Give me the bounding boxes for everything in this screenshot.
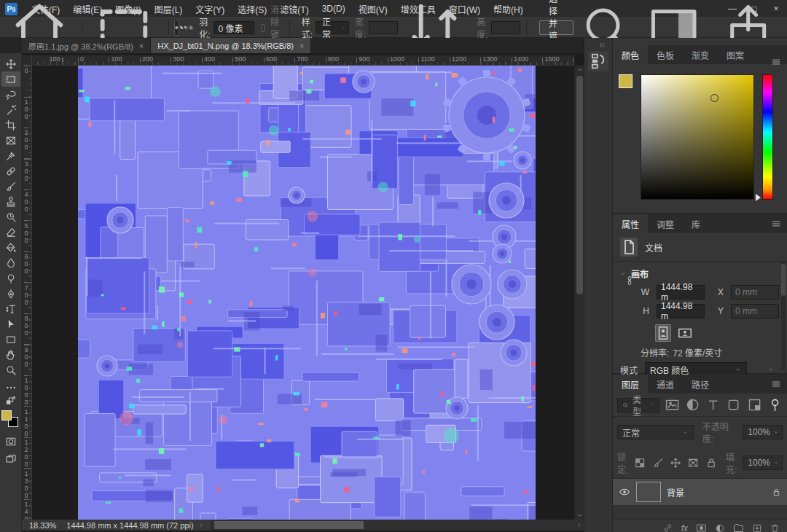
paint-bucket-tool[interactable] [1, 240, 20, 255]
panel-tab[interactable]: 颜色 [613, 45, 648, 64]
link-dimensions-icon[interactable] [624, 275, 635, 286]
add-adjustment-icon[interactable] [715, 523, 725, 532]
expand-panels-icon[interactable] [598, 41, 606, 50]
link-layers-icon[interactable] [662, 523, 673, 532]
width-value-input[interactable]: 1444.98 m [657, 285, 705, 300]
feather-input[interactable]: 0 像素 [214, 21, 254, 34]
panel-tab[interactable]: 图层 [613, 375, 648, 394]
rectangle-tool[interactable] [1, 332, 20, 347]
filter-pixel-layers-icon[interactable] [665, 397, 680, 412]
layer-style-fx-icon[interactable]: fx [681, 523, 688, 532]
normal-map-canvas[interactable] [78, 66, 536, 520]
new-layer-icon[interactable] [752, 523, 762, 532]
zoom-tool[interactable] [1, 362, 20, 378]
menu-item[interactable]: 3D(D) [316, 0, 352, 17]
blur-tool[interactable] [1, 255, 20, 270]
healing-brush-tool[interactable] [1, 163, 20, 179]
filter-type-layers-icon[interactable] [705, 397, 721, 412]
filter-smart-objects-icon[interactable] [747, 397, 762, 412]
hue-slider-bar[interactable] [762, 74, 773, 200]
fill-input[interactable]: 100% [743, 455, 783, 470]
filter-adjustment-layers-icon[interactable] [685, 397, 700, 412]
zoom-level-field[interactable]: 18.33% [29, 521, 56, 530]
hue-slider-handle[interactable] [756, 194, 761, 201]
screen-mode-icon[interactable] [1, 451, 20, 466]
panel-tab[interactable]: 图案 [718, 45, 753, 64]
filter-shape-layers-icon[interactable] [726, 397, 741, 412]
menu-item[interactable]: 帮助(H) [487, 0, 530, 17]
eyedropper-tool[interactable] [1, 148, 20, 163]
clone-stamp-tool[interactable] [1, 194, 20, 209]
layer-thumbnail[interactable] [636, 482, 661, 502]
type-tool[interactable] [1, 301, 20, 316]
menu-item[interactable]: 选择(S) [231, 0, 273, 17]
frame-tool[interactable] [1, 133, 20, 148]
tab-close-icon[interactable]: × [139, 42, 144, 50]
quick-mask-icon[interactable] [1, 434, 20, 449]
color-sample-ring[interactable] [710, 94, 719, 102]
tool-preset-caret-icon[interactable] [160, 27, 163, 29]
layer-row-background[interactable]: 背景 [613, 479, 787, 505]
lock-artboard-icon[interactable] [687, 457, 699, 469]
vertical-scroll-thumb[interactable] [576, 76, 583, 294]
orientation-landscape-button[interactable] [677, 324, 693, 342]
tab-close-icon[interactable]: × [299, 42, 304, 50]
panel-overflow-icon[interactable] [767, 366, 775, 373]
y-value-input[interactable]: 0 mm [731, 304, 779, 318]
foreground-color-swatch[interactable] [1, 410, 12, 420]
pen-tool[interactable] [1, 286, 20, 301]
panel-tab[interactable]: 库 [683, 214, 709, 233]
lasso-tool[interactable] [1, 87, 20, 102]
eraser-tool[interactable] [1, 224, 20, 240]
panel-tab[interactable]: 属性 [613, 214, 648, 233]
properties-scrollbar[interactable] [781, 261, 786, 370]
doc-info-expand-icon[interactable] [198, 522, 205, 528]
vertical-scrollbar[interactable] [574, 66, 584, 520]
antialias-checkbox[interactable] [262, 24, 265, 32]
panel-tab[interactable]: 色板 [648, 45, 683, 64]
panel-tab[interactable]: 调整 [648, 214, 683, 233]
swap-colors-icon[interactable] [1, 395, 20, 407]
foreground-color-swatch-small[interactable] [619, 74, 633, 88]
hand-tool[interactable] [1, 347, 20, 362]
delete-layer-trash-icon[interactable] [770, 523, 780, 532]
brush-tool[interactable] [1, 179, 20, 194]
edit-toolbar-ellipsis-icon[interactable] [1, 380, 20, 395]
move-tool[interactable] [1, 56, 20, 71]
document-tab[interactable]: HX_DJ_bt01_N.png @ 18.3%(RGB/8) × [151, 38, 311, 53]
layer-filter-type-select[interactable]: 类型 [617, 398, 659, 412]
rectangular-marquee-tool[interactable] [1, 71, 20, 87]
crop-tool[interactable] [1, 117, 20, 133]
lock-pixels-icon[interactable] [652, 457, 664, 469]
panel-tab[interactable]: 路径 [683, 375, 718, 394]
scroll-right-icon[interactable] [576, 520, 582, 531]
opacity-input[interactable]: 100% [743, 425, 783, 439]
collapsed-history-panel-icon[interactable] [588, 51, 608, 71]
blend-mode-select[interactable]: 正常 [617, 425, 694, 439]
new-group-folder-icon[interactable] [733, 523, 744, 532]
panel-tab[interactable]: 通道 [648, 375, 683, 394]
dodge-tool[interactable] [1, 270, 20, 286]
path-selection-tool[interactable] [1, 316, 20, 332]
panel-tab[interactable]: 渐变 [683, 45, 718, 64]
select-and-mask-button[interactable]: 选择并遮住 ... [539, 20, 574, 35]
history-brush-tool[interactable] [1, 209, 20, 224]
workspace-caret-icon[interactable] [710, 27, 712, 29]
add-mask-icon[interactable] [696, 523, 707, 532]
style-select[interactable]: 正常 [316, 21, 349, 34]
orientation-portrait-button[interactable] [655, 324, 671, 342]
x-value-input[interactable]: 0 mm [731, 285, 779, 300]
quick-selection-tool[interactable] [1, 102, 20, 117]
properties-panel-menu-icon[interactable] [771, 219, 781, 229]
layer-visibility-eye-icon[interactable] [619, 486, 630, 498]
layers-panel-menu-icon[interactable] [771, 379, 781, 389]
filter-toggle-pin-icon[interactable] [767, 397, 783, 412]
lock-transparency-icon[interactable] [634, 457, 646, 469]
canvas-section-header[interactable]: 画布 [613, 262, 787, 283]
horizontal-scroll-thumb[interactable] [214, 521, 364, 529]
selection-mode-intersect-button[interactable] [189, 20, 193, 36]
lock-position-icon[interactable] [670, 457, 681, 469]
lock-all-icon[interactable] [705, 457, 717, 469]
color-saturation-field[interactable] [641, 74, 754, 200]
height-value-input[interactable]: 1444.98 m [657, 304, 705, 318]
